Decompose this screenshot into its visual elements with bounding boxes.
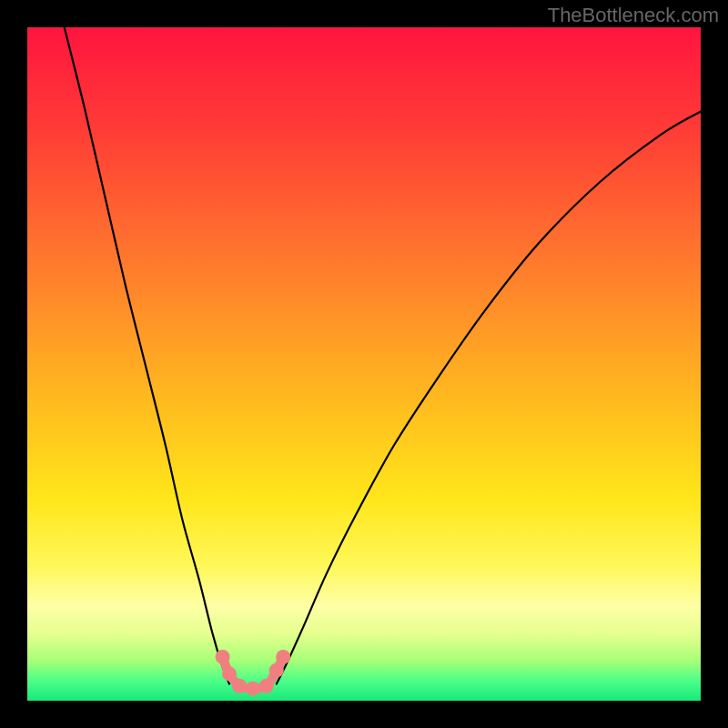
marker-dot [259, 679, 274, 693]
marker-dot [232, 679, 247, 693]
chart-svg [0, 0, 728, 728]
watermark-text: TheBottleneck.com [548, 4, 719, 27]
marker-dot [222, 666, 237, 681]
marker-dot [246, 682, 260, 696]
gradient-background [27, 27, 701, 701]
marker-dot [269, 663, 284, 678]
marker-dot [276, 650, 290, 664]
chart-root: TheBottleneck.com [0, 0, 728, 728]
marker-dot [216, 650, 230, 664]
